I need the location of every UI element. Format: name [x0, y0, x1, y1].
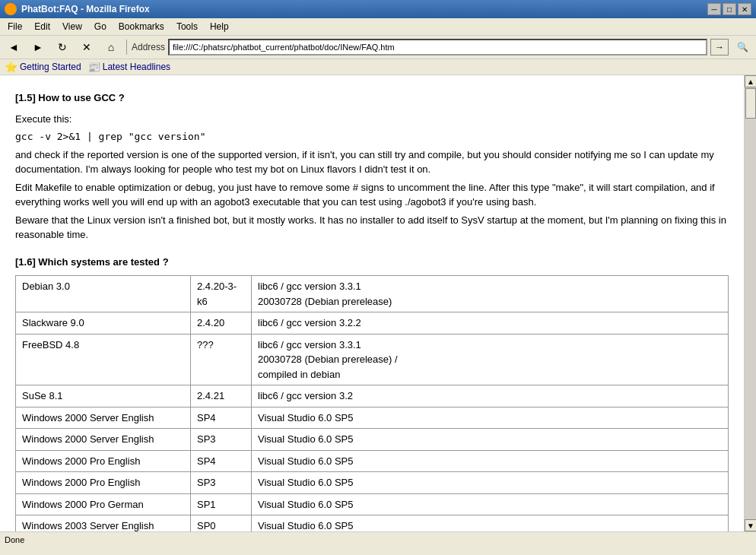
table-row: FreeBSD 4.8???libc6 / gcc version 3.3.12…	[16, 334, 729, 385]
forward-button[interactable]: ►	[27, 38, 49, 56]
gcc-para2: Edit Makefile to enable optimization or …	[15, 180, 729, 210]
scroll-thumb[interactable]	[745, 88, 756, 119]
gcc-para3: Beware that the Linux version isn't a fi…	[15, 213, 729, 243]
version-cell: SP4	[191, 407, 252, 429]
address-bar: Address →	[132, 39, 729, 56]
home-button[interactable]: ⌂	[100, 38, 122, 56]
scrollbar[interactable]: ▲ ▼	[744, 75, 756, 531]
section-16-heading: [1.6] Which systems are tested ?	[15, 255, 729, 270]
bookmarks-bar: ⭐ Getting Started 📰 Latest Headlines	[0, 59, 756, 75]
bookmark-getting-started[interactable]: ⭐ Getting Started	[5, 61, 81, 73]
menu-view[interactable]: View	[58, 20, 87, 33]
getting-started-label: Getting Started	[20, 62, 81, 72]
notes-cell: libc6 / gcc version 3.3.120030728 (Debia…	[252, 334, 729, 385]
refresh-button[interactable]: ↻	[52, 38, 73, 56]
menu-bar: File Edit View Go Bookmarks Tools Help	[0, 18, 756, 36]
notes-cell: Visual Studio 6.0 SP5	[252, 493, 729, 515]
os-cell: Windows 2000 Pro English	[16, 450, 191, 472]
menu-help[interactable]: Help	[205, 20, 233, 33]
scroll-up-button[interactable]: ▲	[745, 75, 756, 87]
content-area[interactable]: [1.5] How to use GCC ? Execute this: gcc…	[0, 75, 744, 531]
notes-cell: Visual Studio 6.0 SP5	[252, 407, 729, 429]
window-title: PhatBot:FAQ - Mozilla Firefox	[21, 4, 150, 14]
os-cell: Windows 2000 Pro English	[16, 472, 191, 494]
address-input[interactable]	[168, 39, 707, 56]
version-cell: 2.4.20	[191, 312, 252, 335]
version-cell: SP0	[191, 515, 252, 532]
main-area: [1.5] How to use GCC ? Execute this: gcc…	[0, 75, 756, 531]
os-cell: Debian 3.0	[16, 276, 191, 312]
toolbar-separator	[126, 40, 127, 55]
status-bar: Done	[0, 531, 756, 547]
table-row: Debian 3.02.4.20-3-k6libc6 / gcc version…	[16, 276, 729, 312]
table-row: Windows 2000 Pro EnglishSP4Visual Studio…	[16, 450, 729, 472]
os-cell: Windows 2000 Pro German	[16, 493, 191, 515]
menu-go[interactable]: Go	[90, 20, 111, 33]
version-cell: SP1	[191, 493, 252, 515]
os-cell: Slackware 9.0	[16, 312, 191, 335]
notes-cell: Visual Studio 6.0 SP5	[252, 515, 729, 532]
version-cell: 2.4.21	[191, 385, 252, 408]
version-cell: SP3	[191, 429, 252, 451]
notes-cell: libc6 / gcc version 3.2.2	[252, 312, 729, 335]
notes-cell: Visual Studio 6.0 SP5	[252, 472, 729, 494]
title-bar: PhatBot:FAQ - Mozilla Firefox ─ □ ✕	[0, 0, 756, 18]
stop-button[interactable]: ✕	[76, 38, 97, 56]
menu-file[interactable]: File	[3, 20, 27, 33]
bookmark-latest-headlines[interactable]: 📰 Latest Headlines	[87, 61, 170, 73]
table-row: Windows 2000 Pro EnglishSP3Visual Studio…	[16, 472, 729, 494]
os-cell: Windows 2003 Server English	[16, 515, 191, 532]
menu-bookmarks[interactable]: Bookmarks	[114, 20, 169, 33]
table-row: Windows 2000 Server EnglishSP3Visual Stu…	[16, 429, 729, 451]
os-cell: SuSe 8.1	[16, 385, 191, 408]
notes-cell: libc6 / gcc version 3.2	[252, 385, 729, 408]
compatibility-table: Debian 3.02.4.20-3-k6libc6 / gcc version…	[15, 275, 729, 531]
minimize-button[interactable]: ─	[707, 3, 721, 15]
maximize-button[interactable]: □	[723, 3, 736, 15]
notes-cell: Visual Studio 6.0 SP5	[252, 429, 729, 451]
latest-headlines-label: Latest Headlines	[103, 62, 170, 72]
table-row: SuSe 8.12.4.21libc6 / gcc version 3.2	[16, 385, 729, 408]
menu-tools[interactable]: Tools	[172, 20, 202, 33]
getting-started-icon: ⭐	[5, 61, 17, 73]
version-cell: SP3	[191, 472, 252, 494]
go-button[interactable]: →	[710, 39, 729, 56]
section-15-heading: [1.5] How to use GCC ?	[15, 90, 729, 106]
table-row: Windows 2000 Pro GermanSP1Visual Studio …	[16, 493, 729, 515]
table-row: Windows 2000 Server EnglishSP4Visual Stu…	[16, 407, 729, 429]
table-row: Windows 2003 Server EnglishSP0Visual Stu…	[16, 515, 729, 532]
back-button[interactable]: ◄	[3, 38, 24, 56]
version-cell: 2.4.20-3-k6	[191, 276, 252, 312]
notes-cell: libc6 / gcc version 3.3.120030728 (Debia…	[252, 276, 729, 312]
notes-cell: Visual Studio 6.0 SP5	[252, 450, 729, 472]
latest-headlines-icon: 📰	[87, 61, 100, 73]
execute-label: Execute this:	[15, 112, 729, 127]
os-cell: FreeBSD 4.8	[16, 334, 191, 385]
scroll-down-button[interactable]: ▼	[745, 519, 756, 531]
title-bar-left: PhatBot:FAQ - Mozilla Firefox	[5, 3, 150, 15]
gcc-para1: and check if the reported version is one…	[15, 147, 729, 177]
os-cell: Windows 2000 Server English	[16, 407, 191, 429]
table-row: Slackware 9.02.4.20libc6 / gcc version 3…	[16, 312, 729, 335]
search-button[interactable]: 🔍	[732, 38, 753, 56]
menu-edit[interactable]: Edit	[30, 20, 55, 33]
close-button[interactable]: ✕	[738, 3, 751, 15]
os-cell: Windows 2000 Server English	[16, 429, 191, 451]
toolbar: ◄ ► ↻ ✕ ⌂ Address → 🔍	[0, 36, 756, 59]
version-cell: ???	[191, 334, 252, 385]
address-label: Address	[132, 42, 165, 52]
app-icon	[5, 3, 17, 15]
gcc-command: gcc -v 2>&1 | grep "gcc version"	[15, 129, 729, 144]
title-bar-controls: ─ □ ✕	[707, 3, 751, 15]
scroll-track[interactable]	[745, 87, 756, 519]
version-cell: SP4	[191, 450, 252, 472]
status-text: Done	[5, 535, 24, 544]
